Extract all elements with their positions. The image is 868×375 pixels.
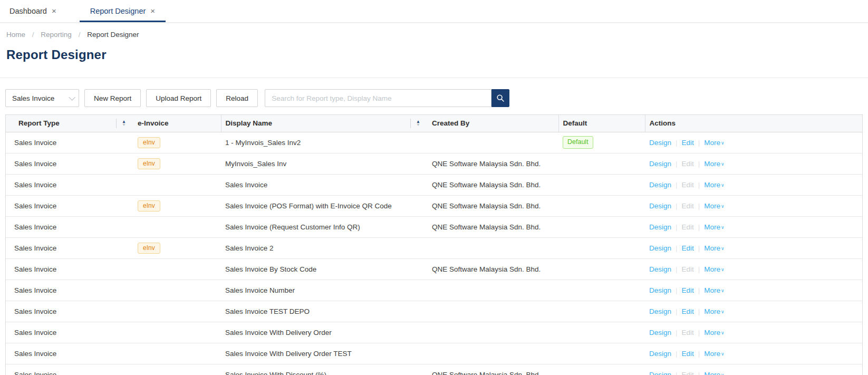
edit-link[interactable]: Edit bbox=[682, 307, 694, 315]
close-icon[interactable]: × bbox=[52, 7, 56, 15]
more-link-label: More bbox=[704, 202, 720, 210]
chevron-down-icon bbox=[69, 94, 75, 101]
display-name-cell: 1 - MyInvois_Sales Inv2 bbox=[221, 132, 428, 153]
edit-link[interactable]: Edit bbox=[682, 160, 694, 168]
actions-cell: Design|Edit|More∨ bbox=[645, 153, 862, 174]
default-cell bbox=[558, 216, 645, 237]
chevron-down-icon: ∨ bbox=[721, 372, 725, 375]
column-header-report-type[interactable]: Report Type ▲▼ bbox=[6, 115, 133, 132]
report-type-cell: Sales Invoice bbox=[6, 174, 133, 195]
new-report-button[interactable]: New Report bbox=[84, 89, 141, 107]
einvoice-cell bbox=[133, 174, 221, 195]
table-row[interactable]: Sales Invoice eInv 1 - MyInvois_Sales In… bbox=[6, 132, 862, 153]
table-row[interactable]: Sales Invoice Sales Invoice With Deliver… bbox=[6, 343, 862, 364]
more-link[interactable]: More∨ bbox=[704, 181, 724, 189]
column-header-default[interactable]: Default bbox=[558, 115, 645, 132]
default-badge: Default bbox=[563, 136, 593, 149]
created-by-cell bbox=[428, 237, 558, 258]
search-input[interactable] bbox=[265, 89, 491, 107]
edit-link[interactable]: Edit bbox=[682, 181, 694, 189]
edit-link[interactable]: Edit bbox=[682, 244, 694, 252]
actions-cell: Design|Edit|More∨ bbox=[645, 258, 862, 280]
design-link[interactable]: Design bbox=[649, 160, 671, 168]
table-row[interactable]: Sales Invoice Sales Invoice QNE Software… bbox=[6, 174, 862, 195]
table-row[interactable]: Sales Invoice Sales Invoice With Discoun… bbox=[6, 364, 862, 375]
edit-link[interactable]: Edit bbox=[682, 286, 694, 294]
more-link-label: More bbox=[704, 286, 720, 294]
edit-link[interactable]: Edit bbox=[682, 139, 694, 147]
more-link[interactable]: More∨ bbox=[704, 286, 724, 294]
display-name-cell: Sales Invoice (POS Format) with E-Invoic… bbox=[221, 195, 428, 216]
table-row[interactable]: Sales Invoice eInv Sales Invoice (POS Fo… bbox=[6, 195, 862, 216]
edit-link[interactable]: Edit bbox=[682, 223, 694, 231]
einvoice-badge: eInv bbox=[138, 243, 160, 254]
more-link-label: More bbox=[704, 307, 720, 315]
more-link[interactable]: More∨ bbox=[704, 329, 724, 336]
created-by-cell bbox=[428, 301, 558, 322]
tab-report-designer[interactable]: Report Designer × bbox=[87, 0, 158, 22]
more-link[interactable]: More∨ bbox=[704, 202, 724, 210]
einvoice-cell bbox=[133, 343, 221, 364]
breadcrumb-reporting[interactable]: Reporting bbox=[41, 31, 72, 39]
upload-report-button[interactable]: Upload Report bbox=[146, 89, 211, 107]
table-row[interactable]: Sales Invoice eInv Sales Invoice 2 Desig… bbox=[6, 237, 862, 258]
einvoice-cell bbox=[133, 301, 221, 322]
table-row[interactable]: Sales Invoice Sales Invoice With Deliver… bbox=[6, 322, 862, 343]
more-link[interactable]: More∨ bbox=[704, 160, 724, 168]
more-link[interactable]: More∨ bbox=[704, 307, 724, 315]
design-link[interactable]: Design bbox=[649, 307, 671, 315]
chevron-down-icon: ∨ bbox=[721, 288, 725, 293]
design-link[interactable]: Design bbox=[649, 202, 671, 210]
design-link[interactable]: Design bbox=[649, 223, 671, 231]
edit-link[interactable]: Edit bbox=[682, 350, 694, 358]
edit-link[interactable]: Edit bbox=[682, 329, 694, 336]
einvoice-cell bbox=[133, 258, 221, 280]
actions-cell: Design|Edit|More∨ bbox=[645, 364, 862, 375]
design-link[interactable]: Design bbox=[649, 139, 671, 147]
more-link[interactable]: More∨ bbox=[704, 139, 724, 147]
table-row[interactable]: Sales Invoice eInv MyInvois_Sales Inv QN… bbox=[6, 153, 862, 174]
table-row[interactable]: Sales Invoice Sales Invoice Number Desig… bbox=[6, 280, 862, 301]
edit-link[interactable]: Edit bbox=[682, 202, 694, 210]
chevron-down-icon: ∨ bbox=[721, 225, 725, 230]
report-type-select[interactable]: Sales Invoice bbox=[5, 89, 79, 107]
more-link[interactable]: More∨ bbox=[704, 223, 724, 231]
table-row[interactable]: Sales Invoice Sales Invoice By Stock Cod… bbox=[6, 258, 862, 280]
search-button[interactable] bbox=[491, 89, 509, 107]
more-link[interactable]: More∨ bbox=[704, 371, 724, 375]
einvoice-badge: eInv bbox=[138, 158, 160, 169]
design-link[interactable]: Design bbox=[649, 329, 671, 336]
einvoice-cell bbox=[133, 364, 221, 375]
breadcrumb-separator: / bbox=[32, 31, 34, 39]
design-link[interactable]: Design bbox=[649, 371, 671, 375]
column-header-created-by[interactable]: Created By bbox=[428, 115, 558, 132]
design-link[interactable]: Design bbox=[649, 350, 671, 358]
report-type-cell: Sales Invoice bbox=[6, 216, 133, 237]
created-by-cell bbox=[428, 343, 558, 364]
design-link[interactable]: Design bbox=[649, 286, 671, 294]
report-type-cell: Sales Invoice bbox=[6, 322, 133, 343]
sort-indicator-icon: ▲▼ bbox=[416, 120, 420, 127]
edit-link[interactable]: Edit bbox=[682, 371, 694, 375]
actions-cell: Design|Edit|More∨ bbox=[645, 322, 862, 343]
table-row[interactable]: Sales Invoice Sales Invoice TEST DEPO De… bbox=[6, 301, 862, 322]
sort-indicator-icon: ▲▼ bbox=[122, 120, 126, 127]
column-header-einvoice[interactable]: e-Invoice bbox=[133, 115, 221, 132]
more-link-label: More bbox=[704, 223, 720, 231]
design-link[interactable]: Design bbox=[649, 181, 671, 189]
reload-button[interactable]: Reload bbox=[216, 89, 258, 107]
design-link[interactable]: Design bbox=[649, 244, 671, 252]
design-link[interactable]: Design bbox=[649, 265, 671, 273]
actions-cell: Design|Edit|More∨ bbox=[645, 343, 862, 364]
default-cell bbox=[558, 364, 645, 375]
column-header-display-name[interactable]: Display Name ▲▼ bbox=[221, 115, 428, 132]
more-link[interactable]: More∨ bbox=[704, 265, 724, 273]
close-icon[interactable]: × bbox=[150, 7, 155, 15]
breadcrumb-home[interactable]: Home bbox=[6, 31, 25, 39]
table-row[interactable]: Sales Invoice Sales Invoice (Request Cus… bbox=[6, 216, 862, 237]
tab-dashboard[interactable]: Dashboard × bbox=[6, 0, 60, 22]
more-link[interactable]: More∨ bbox=[704, 350, 724, 358]
toolbar-section: Sales Invoice New Report Upload Report R… bbox=[0, 78, 868, 107]
edit-link[interactable]: Edit bbox=[682, 265, 694, 273]
more-link[interactable]: More∨ bbox=[704, 244, 724, 252]
